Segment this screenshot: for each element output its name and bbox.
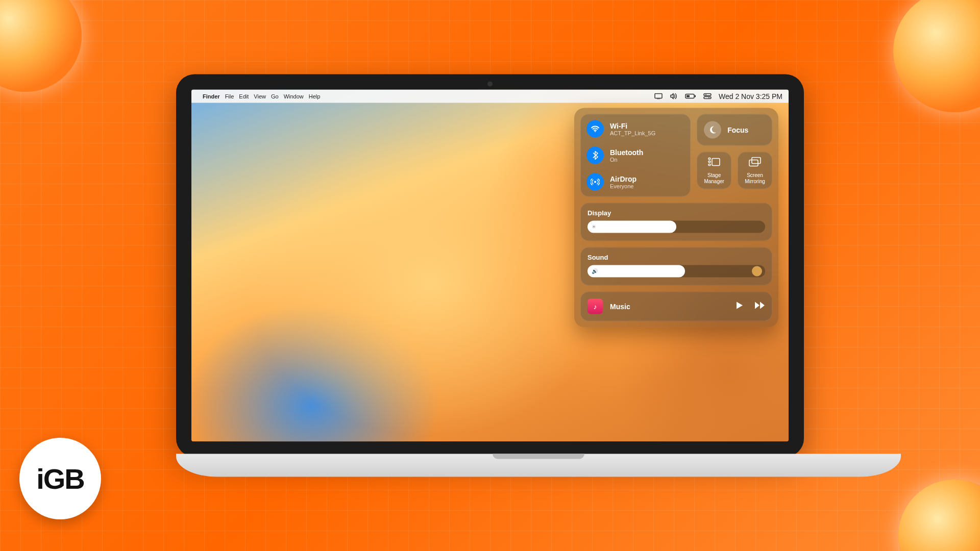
next-track-button[interactable] bbox=[754, 301, 765, 312]
stage-manager-icon bbox=[708, 157, 720, 169]
connectivity-card: Wi-Fi ACT_TP_Link_5G Bluetooth On bbox=[580, 114, 691, 197]
igb-text: iGB bbox=[36, 462, 84, 495]
sound-slider-fill bbox=[587, 265, 685, 278]
svg-rect-5 bbox=[704, 94, 711, 96]
svg-rect-3 bbox=[695, 95, 696, 97]
airdrop-title: AirDrop bbox=[610, 175, 636, 183]
wifi-network: ACT_TP_Link_5G bbox=[610, 130, 655, 136]
igb-badge: iGB bbox=[19, 438, 101, 519]
now-playing-card[interactable]: ♪ Music bbox=[580, 292, 772, 321]
battery-menu-icon[interactable] bbox=[685, 93, 696, 99]
sound-label: Sound bbox=[587, 254, 765, 261]
svg-rect-12 bbox=[708, 161, 710, 163]
brightness-icon: ☀ bbox=[592, 224, 596, 230]
menu-bar: Finder File Edit View Go Window Help bbox=[191, 90, 789, 103]
svg-point-6 bbox=[705, 94, 706, 95]
control-center-panel: Wi-Fi ACT_TP_Link_5G Bluetooth On bbox=[574, 108, 778, 328]
wifi-icon bbox=[586, 120, 604, 138]
display-slider[interactable]: ☀ bbox=[587, 221, 765, 233]
focus-title: Focus bbox=[727, 126, 748, 134]
svg-point-9 bbox=[595, 131, 596, 132]
bluetooth-icon bbox=[586, 147, 604, 164]
stage-manager-label: Stage Manager bbox=[700, 172, 728, 184]
display-slider-fill bbox=[587, 221, 676, 233]
wifi-toggle[interactable]: Wi-Fi ACT_TP_Link_5G bbox=[586, 120, 684, 138]
svg-rect-16 bbox=[749, 160, 758, 166]
svg-rect-13 bbox=[708, 164, 710, 166]
screen-mirroring-label: Screen Mirroring bbox=[741, 172, 769, 184]
control-center-menu-icon[interactable] bbox=[703, 93, 712, 99]
volume-menu-icon[interactable] bbox=[670, 93, 678, 99]
wifi-title: Wi-Fi bbox=[610, 122, 655, 130]
audio-output-button[interactable] bbox=[752, 266, 762, 277]
svg-rect-15 bbox=[752, 158, 761, 164]
speaker-icon: 🔊 bbox=[592, 268, 598, 274]
stage-manager-toggle[interactable]: Stage Manager bbox=[697, 152, 731, 189]
menu-item-view[interactable]: View bbox=[254, 93, 266, 99]
airdrop-status: Everyone bbox=[610, 183, 636, 189]
display-menu-icon[interactable] bbox=[654, 93, 663, 99]
bluetooth-status: On bbox=[610, 157, 643, 163]
menu-item-file[interactable]: File bbox=[225, 93, 234, 99]
display-card: Display ☀ bbox=[580, 203, 772, 241]
svg-rect-1 bbox=[657, 99, 660, 99]
menu-item-help[interactable]: Help bbox=[309, 93, 321, 99]
menu-item-window[interactable]: Window bbox=[284, 93, 304, 99]
display-label: Display bbox=[587, 209, 765, 217]
camera-icon bbox=[487, 82, 493, 87]
svg-rect-4 bbox=[687, 95, 690, 97]
moon-icon bbox=[704, 121, 721, 139]
laptop-frame: Finder File Edit View Go Window Help bbox=[176, 74, 804, 477]
svg-rect-0 bbox=[655, 94, 662, 98]
play-button[interactable] bbox=[734, 301, 744, 312]
airdrop-icon bbox=[586, 173, 604, 191]
bluetooth-title: Bluetooth bbox=[610, 148, 643, 157]
sound-slider[interactable]: 🔊 bbox=[587, 265, 765, 278]
menu-item-go[interactable]: Go bbox=[271, 93, 279, 99]
menubar-datetime[interactable]: Wed 2 Nov 3:25 PM bbox=[719, 92, 782, 101]
bluetooth-toggle[interactable]: Bluetooth On bbox=[586, 147, 684, 164]
laptop-base bbox=[176, 454, 901, 477]
sound-card: Sound 🔊 bbox=[580, 247, 772, 286]
menubar-app-name[interactable]: Finder bbox=[203, 93, 220, 99]
screen-mirroring-icon bbox=[749, 157, 761, 169]
svg-rect-14 bbox=[712, 159, 720, 166]
media-title: Music bbox=[610, 303, 724, 311]
focus-toggle[interactable]: Focus bbox=[697, 114, 772, 146]
menu-item-edit[interactable]: Edit bbox=[239, 93, 249, 99]
svg-point-10 bbox=[594, 181, 596, 183]
svg-point-8 bbox=[708, 97, 709, 98]
music-app-icon: ♪ bbox=[587, 299, 603, 314]
screen-mirroring-toggle[interactable]: Screen Mirroring bbox=[738, 152, 772, 189]
laptop-notch bbox=[493, 454, 584, 459]
svg-rect-11 bbox=[708, 158, 710, 160]
airdrop-toggle[interactable]: AirDrop Everyone bbox=[586, 173, 684, 191]
svg-rect-7 bbox=[704, 97, 711, 99]
